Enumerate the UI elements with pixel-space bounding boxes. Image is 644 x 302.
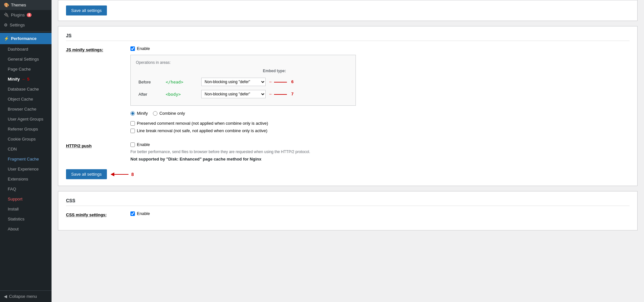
ops-box: Operations in areas: Embed type:: [130, 55, 356, 106]
js-enable-row: Enable: [130, 46, 630, 51]
preserved-comment-checkbox[interactable]: [130, 121, 135, 126]
line-break-label: Line break removal (not safe, not applie…: [137, 128, 267, 133]
preserved-comment-label: Preserved comment removal (not applied w…: [137, 121, 268, 126]
main-content: Save all settings JS JS minify settings:…: [52, 0, 644, 302]
minify-radio-group: Minify Combine only: [130, 111, 630, 118]
ops-after-row: After <body> Non-blocking using "defer": [136, 88, 350, 100]
js-section-title: JS: [66, 33, 630, 41]
top-save-button[interactable]: Save all settings: [66, 5, 107, 15]
annotation-7: 7: [291, 92, 293, 96]
sidebar-item-dashboard[interactable]: Dashboard: [0, 44, 52, 54]
before-embed-select[interactable]: Non-blocking using "defer": [201, 78, 266, 86]
sidebar-item-statistics[interactable]: Statistics: [0, 214, 52, 224]
arrow7-label: ← 7: [269, 92, 293, 96]
sidebar-item-support[interactable]: Support: [0, 194, 52, 204]
bottom-save-row: Save all settings 8: [66, 169, 630, 179]
ops-table: Embed type: Before </head>: [136, 69, 350, 100]
combine-only-radio-row: Combine only: [153, 111, 185, 116]
after-label: After: [136, 88, 163, 100]
css-minify-settings-row: CSS minify settings: Enable: [66, 211, 630, 219]
before-tag-cell: </head>: [163, 76, 198, 88]
js-minify-label: JS minify settings:: [66, 46, 124, 52]
css-enable-checkbox[interactable]: [130, 211, 135, 216]
sidebar-item-user-experience[interactable]: User Experience: [0, 164, 52, 174]
ops-before-row: Before </head> Non-blocking using "defer…: [136, 76, 350, 88]
js-enable-checkbox[interactable]: [130, 46, 135, 51]
after-embed-select[interactable]: Non-blocking using "defer": [201, 90, 266, 98]
http2-enable-row: Enable: [130, 142, 630, 147]
arrow8-svg: [111, 171, 130, 178]
before-embed-cell: Non-blocking using "defer" ←: [199, 76, 350, 88]
ops-box-title: Operations in areas:: [136, 60, 350, 65]
col-empty2: [163, 69, 198, 76]
http2-info: For better performance, send files to br…: [130, 150, 630, 154]
http2-row: HTTP/2 push Enable For better performanc…: [66, 142, 630, 161]
http2-enable-checkbox[interactable]: [130, 142, 135, 147]
before-label: Before: [136, 76, 163, 88]
collapse-menu-button[interactable]: ◀ Collapse menu: [0, 291, 52, 302]
sidebar-item-minify[interactable]: Minify ← 5: [0, 74, 52, 84]
annotation-8: 8: [131, 172, 134, 177]
css-section-title: CSS: [66, 198, 630, 206]
combine-only-radio[interactable]: [153, 111, 157, 116]
themes-icon: 🎨: [4, 3, 9, 7]
minify-radio[interactable]: [130, 111, 135, 116]
sidebar: 🎨 Themes 🔌 Plugins 4 ⚙ Settings ⚡ Perfor…: [0, 0, 52, 302]
sidebar-item-general-settings[interactable]: General Settings: [0, 54, 52, 64]
js-enable-label: Enable: [137, 46, 150, 51]
js-minify-settings-row: JS minify settings: Enable Operations in…: [66, 46, 630, 136]
sidebar-item-faq[interactable]: FAQ: [0, 184, 52, 194]
minify-radio-label: Minify: [137, 111, 148, 116]
top-save-card: Save all settings: [58, 0, 638, 21]
js-minify-content: Enable Operations in areas: Embed type:: [130, 46, 630, 136]
col-embed-type: Embed type:: [199, 69, 350, 76]
bottom-save-button[interactable]: Save all settings: [66, 169, 107, 179]
sidebar-item-fragment-cache[interactable]: Fragment Cache: [0, 154, 52, 164]
sidebar-item-performance[interactable]: ⚡ Performance: [0, 33, 52, 44]
line-break-row: Line break removal (not safe, not applie…: [130, 128, 630, 133]
css-minify-label: CSS minify settings:: [66, 211, 124, 217]
sidebar-item-install[interactable]: Install: [0, 204, 52, 214]
arrow6-label: ← 6: [269, 79, 293, 84]
sidebar-item-object-cache[interactable]: Object Cache: [0, 94, 52, 104]
sidebar-item-browser-cache[interactable]: Browser Cache: [0, 104, 52, 114]
sidebar-item-themes[interactable]: 🎨 Themes: [0, 0, 52, 10]
sidebar-item-cdn[interactable]: CDN: [0, 144, 52, 154]
col-empty: [136, 69, 163, 76]
head-close-tag: </head>: [166, 80, 183, 84]
after-embed-cell: Non-blocking using "defer" ←: [199, 88, 350, 100]
arrow8-annotation: 8: [111, 171, 134, 178]
sidebar-item-database-cache[interactable]: Database Cache: [0, 84, 52, 94]
minify-radio-row: Minify: [130, 111, 148, 116]
arrow6-svg: [274, 80, 290, 85]
after-tag-cell: <body>: [163, 88, 198, 100]
http2-label: HTTP/2 push: [66, 142, 124, 148]
performance-icon: ⚡: [4, 36, 9, 41]
sidebar-item-extensions[interactable]: Extensions: [0, 174, 52, 184]
sidebar-item-cookie-groups[interactable]: Cookie Groups: [0, 134, 52, 144]
sidebar-item-page-cache[interactable]: Page Cache: [0, 64, 52, 74]
sidebar-item-plugins[interactable]: 🔌 Plugins 4: [0, 10, 52, 20]
http2-content: Enable For better performance, send file…: [130, 142, 630, 161]
arrow7-svg: [274, 92, 290, 97]
http2-warning: Not supported by "Disk: Enhanced" page c…: [130, 157, 630, 161]
line-break-checkbox[interactable]: [130, 129, 135, 133]
body-open-tag: <body>: [166, 92, 181, 97]
plugins-icon: 🔌: [4, 13, 9, 17]
css-section-card: CSS CSS minify settings: Enable: [58, 191, 638, 230]
preserved-comment-row: Preserved comment removal (not applied w…: [130, 121, 630, 126]
collapse-icon: ◀: [4, 294, 7, 299]
annotation-6: 6: [291, 79, 293, 84]
sidebar-item-user-agent-groups[interactable]: User Agent Groups: [0, 114, 52, 124]
js-section-card: JS JS minify settings: Enable Operations…: [58, 26, 638, 186]
settings-icon: ⚙: [4, 23, 8, 27]
http2-enable-label: Enable: [137, 142, 150, 147]
sidebar-item-referrer-groups[interactable]: Referrer Groups: [0, 124, 52, 134]
css-minify-content: Enable: [130, 211, 630, 219]
sidebar-item-about[interactable]: About: [0, 224, 52, 234]
sidebar-bottom: ◀ Collapse menu: [0, 290, 52, 302]
sidebar-item-settings[interactable]: ⚙ Settings: [0, 20, 52, 30]
css-enable-label: Enable: [137, 211, 150, 216]
combine-only-label: Combine only: [159, 111, 185, 116]
css-enable-row: Enable: [130, 211, 630, 216]
